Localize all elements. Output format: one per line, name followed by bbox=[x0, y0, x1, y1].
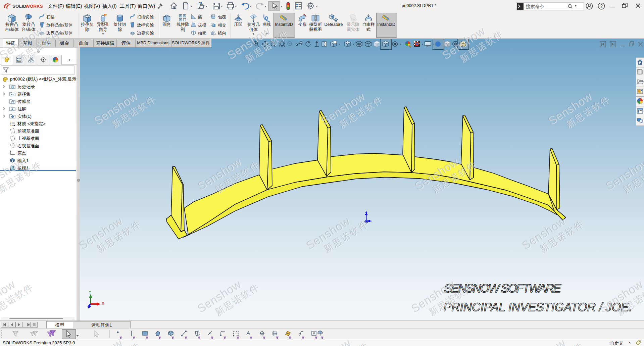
svg-text:SOLID: SOLID bbox=[12, 4, 27, 9]
svg-text:Y: Y bbox=[89, 290, 91, 295]
svg-text:WORKS: WORKS bbox=[26, 4, 43, 9]
svg-text:X: X bbox=[102, 301, 104, 306]
svg-text:SENSNOW SOFTWARE: SENSNOW SOFTWARE bbox=[443, 282, 563, 295]
svg-text:?: ? bbox=[600, 3, 603, 9]
svg-text:PRINCIPAL INVESTIGATOR / JOE.: PRINCIPAL INVESTIGATOR / JOE. bbox=[443, 300, 634, 313]
svg-text:A: A bbox=[11, 108, 14, 111]
